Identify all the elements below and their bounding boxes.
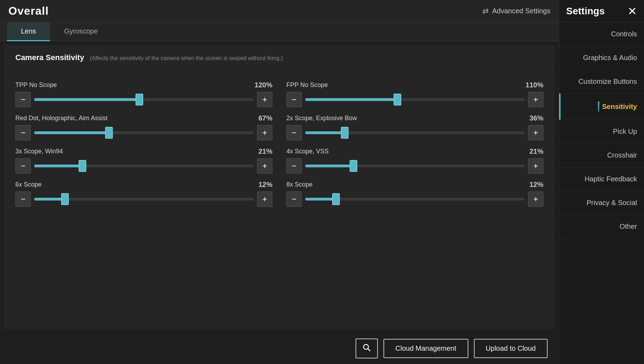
- tabs-bar: Lens Gyroscope: [0, 22, 559, 41]
- slider-row-fpp-no-scope: − +: [286, 92, 543, 107]
- sidebar-item-label-crosshair: Crosshair: [607, 151, 637, 159]
- sidebar-nav: ControlsGraphics & AudioCustomize Button…: [559, 22, 644, 364]
- sidebar-item-customize-buttons[interactable]: Customize Buttons: [559, 70, 644, 94]
- slider-header-4x-scope: 4x Scope, VSS 21%: [286, 147, 543, 155]
- sidebar-item-haptic-feedback[interactable]: Haptic Feedback: [559, 167, 644, 191]
- sidebar-item-label-sensitivity: Sensitivity: [602, 103, 637, 111]
- sidebar-item-pick-up[interactable]: Pick Up: [559, 120, 644, 144]
- sidebar-item-graphics-audio[interactable]: Graphics & Audio: [559, 46, 644, 70]
- search-icon: [363, 343, 371, 352]
- slider-track-red-dot[interactable]: [34, 125, 254, 140]
- slider-value-2x-scope: 36%: [529, 114, 543, 122]
- slider-value-6x-scope: 12%: [258, 181, 272, 189]
- content-panel: Camera Sensitivity (Affects the sensitiv…: [4, 45, 555, 329]
- upload-to-cloud-button[interactable]: Upload to Cloud: [474, 339, 548, 358]
- slider-decrease-8x-scope[interactable]: −: [286, 191, 302, 207]
- slider-group-fpp-no-scope: FPP No Scope 110% − +: [286, 81, 543, 107]
- sidebar-item-crosshair[interactable]: Crosshair: [559, 144, 644, 167]
- slider-increase-red-dot[interactable]: +: [257, 125, 272, 140]
- bottom-bar: Cloud Management Upload to Cloud: [0, 333, 559, 364]
- close-button[interactable]: ✕: [628, 6, 637, 17]
- svg-point-0: [364, 344, 368, 349]
- header: Overall ⇄ Advanced Settings: [0, 0, 559, 22]
- slider-group-8x-scope: 8x Scope 12% − +: [286, 181, 543, 207]
- section-subtitle: (Affects the sensitivity of the camera w…: [90, 55, 283, 61]
- slider-group-red-dot: Red Dot, Holographic, Aim Assist 67% − +: [15, 114, 272, 140]
- slider-header-fpp-no-scope: FPP No Scope 110%: [286, 81, 543, 89]
- slider-row-3x-scope: − +: [15, 158, 272, 174]
- slider-group-4x-scope: 4x Scope, VSS 21% − +: [286, 147, 543, 174]
- slider-label-4x-scope: 4x Scope, VSS: [286, 148, 329, 155]
- slider-row-2x-scope: − +: [286, 125, 543, 140]
- sidebar-item-label-controls: Controls: [611, 30, 637, 38]
- sidebar-title: Settings: [566, 6, 605, 17]
- slider-header-8x-scope: 8x Scope 12%: [286, 181, 543, 189]
- page-title: Overall: [8, 5, 49, 17]
- slider-decrease-red-dot[interactable]: −: [15, 125, 31, 140]
- advanced-settings-icon: ⇄: [482, 7, 489, 16]
- slider-group-6x-scope: 6x Scope 12% − +: [15, 181, 272, 207]
- slider-header-tpp-no-scope: TPP No Scope 120%: [15, 81, 272, 89]
- tab-lens[interactable]: Lens: [7, 22, 50, 41]
- slider-header-2x-scope: 2x Scope, Explosive Bow 36%: [286, 114, 543, 122]
- sidebar-item-other[interactable]: Other: [559, 215, 644, 239]
- slider-track-tpp-no-scope[interactable]: [34, 92, 254, 107]
- slider-track-6x-scope[interactable]: [34, 191, 254, 207]
- slider-label-tpp-no-scope: TPP No Scope: [15, 81, 57, 89]
- slider-decrease-6x-scope[interactable]: −: [15, 191, 31, 207]
- cloud-management-button[interactable]: Cloud Management: [383, 339, 468, 358]
- slider-label-3x-scope: 3x Scope, Win94: [15, 148, 63, 155]
- slider-header-3x-scope: 3x Scope, Win94 21%: [15, 147, 272, 155]
- slider-increase-tpp-no-scope[interactable]: +: [257, 92, 272, 107]
- slider-decrease-3x-scope[interactable]: −: [15, 158, 31, 174]
- slider-value-3x-scope: 21%: [258, 147, 272, 155]
- slider-decrease-fpp-no-scope[interactable]: −: [286, 92, 302, 107]
- slider-header-red-dot: Red Dot, Holographic, Aim Assist 67%: [15, 114, 272, 122]
- sidebar-item-privacy-social[interactable]: Privacy & Social: [559, 191, 644, 215]
- slider-group-2x-scope: 2x Scope, Explosive Bow 36% − +: [286, 114, 543, 140]
- slider-track-8x-scope[interactable]: [305, 191, 525, 207]
- slider-value-fpp-no-scope: 110%: [526, 81, 543, 89]
- advanced-settings-button[interactable]: ⇄ Advanced Settings: [482, 7, 550, 16]
- slider-value-tpp-no-scope: 120%: [255, 81, 272, 89]
- slider-track-3x-scope[interactable]: [34, 158, 254, 174]
- slider-increase-4x-scope[interactable]: +: [528, 158, 543, 174]
- sidebar-item-controls[interactable]: Controls: [559, 22, 644, 46]
- slider-group-tpp-no-scope: TPP No Scope 120% − +: [15, 81, 272, 107]
- section-header: Camera Sensitivity (Affects the sensitiv…: [15, 53, 543, 71]
- slider-increase-3x-scope[interactable]: +: [257, 158, 272, 174]
- tab-gyroscope[interactable]: Gyroscope: [50, 22, 112, 41]
- slider-decrease-4x-scope[interactable]: −: [286, 158, 302, 174]
- main-content: Overall ⇄ Advanced Settings Lens Gyrosco…: [0, 0, 559, 364]
- slider-label-8x-scope: 8x Scope: [286, 181, 313, 188]
- slider-group-3x-scope: 3x Scope, Win94 21% − +: [15, 147, 272, 174]
- sidebar-item-sensitivity[interactable]: Sensitivity: [559, 94, 644, 120]
- sidebar-item-label-privacy-social: Privacy & Social: [587, 199, 637, 207]
- sidebar-item-label-other: Other: [620, 223, 637, 231]
- slider-row-tpp-no-scope: − +: [15, 92, 272, 107]
- slider-track-4x-scope[interactable]: [305, 158, 525, 174]
- slider-label-2x-scope: 2x Scope, Explosive Bow: [286, 115, 357, 122]
- slider-label-fpp-no-scope: FPP No Scope: [286, 81, 328, 89]
- slider-decrease-2x-scope[interactable]: −: [286, 125, 302, 140]
- slider-increase-8x-scope[interactable]: +: [528, 191, 543, 207]
- sidebar-item-label-customize-buttons: Customize Buttons: [578, 78, 637, 86]
- slider-label-red-dot: Red Dot, Holographic, Aim Assist: [15, 115, 108, 122]
- sidebar-item-label-graphics-audio: Graphics & Audio: [583, 54, 637, 62]
- slider-decrease-tpp-no-scope[interactable]: −: [15, 92, 31, 107]
- slider-row-6x-scope: − +: [15, 191, 272, 207]
- slider-header-6x-scope: 6x Scope 12%: [15, 181, 272, 189]
- slider-value-red-dot: 67%: [258, 114, 272, 122]
- search-button[interactable]: [356, 338, 378, 358]
- slider-row-red-dot: − +: [15, 125, 272, 140]
- slider-row-4x-scope: − +: [286, 158, 543, 174]
- slider-value-8x-scope: 12%: [529, 181, 543, 189]
- slider-increase-fpp-no-scope[interactable]: +: [528, 92, 543, 107]
- sidebar-item-label-pick-up: Pick Up: [613, 128, 637, 136]
- slider-increase-6x-scope[interactable]: +: [257, 191, 272, 207]
- slider-increase-2x-scope[interactable]: +: [528, 125, 543, 140]
- slider-value-4x-scope: 21%: [529, 147, 543, 155]
- slider-track-2x-scope[interactable]: [305, 125, 525, 140]
- sliders-grid: TPP No Scope 120% − + FPP No Scope 110% …: [15, 81, 543, 207]
- slider-track-fpp-no-scope[interactable]: [305, 92, 525, 107]
